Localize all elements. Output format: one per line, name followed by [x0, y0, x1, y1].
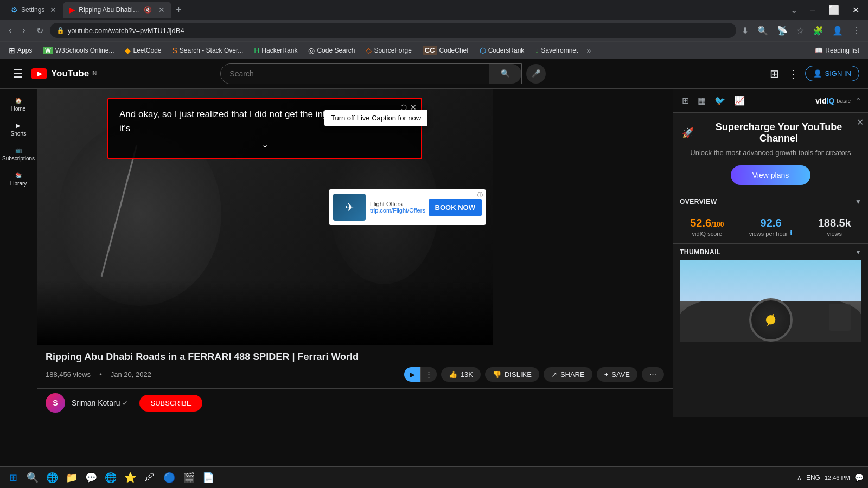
ad-title-text: Flight Offers — [370, 201, 429, 207]
reading-list-label: Reading list — [825, 47, 859, 54]
extensions-btn[interactable]: 🧩 — [809, 23, 827, 38]
taskbar-python-btn[interactable]: 🔵 — [161, 469, 178, 486]
taskbar-search-btn[interactable]: 🔍 — [24, 469, 41, 486]
vidiq-view-plans-btn[interactable]: View plans — [731, 165, 810, 185]
yt-search-input[interactable] — [221, 64, 489, 84]
ad-image-placeholder: ✈ — [345, 201, 354, 214]
mute-icon[interactable]: 🔇 — [144, 6, 152, 14]
play-btn[interactable]: ▶ — [404, 367, 420, 382]
back-btn[interactable]: ‹ — [4, 23, 16, 37]
taskbar-star-btn[interactable]: ⭐ — [122, 469, 139, 486]
close-btn[interactable]: ✕ — [848, 4, 864, 16]
settings-tab-close[interactable]: ✕ — [50, 5, 56, 14]
sidebar-item-library[interactable]: 📚 Library — [0, 168, 37, 191]
channel-info: S Sriman Kotaru ✓ SUBSCRIBE — [37, 388, 673, 417]
apps-icon: ⊞ — [9, 46, 15, 55]
vidiq-promo-close-btn[interactable]: ✕ — [857, 117, 864, 127]
bookmark-btn[interactable]: ☆ — [793, 23, 807, 38]
like-btn[interactable]: 👍 13K — [441, 367, 481, 382]
taskbar-notification-btn[interactable]: 💬 — [854, 473, 864, 482]
stackoverflow-label: Search - Stack Over... — [180, 47, 243, 54]
bookmark-codechef[interactable]: CC CodeChef — [418, 44, 473, 56]
menu-btn[interactable]: ⋮ — [848, 23, 864, 38]
bookmark-hackerrank[interactable]: H HackerRank — [250, 45, 302, 56]
vidiq-vph-info-icon[interactable]: ℹ — [790, 229, 793, 237]
taskbar-film-btn[interactable]: 🎬 — [180, 469, 197, 486]
vidiq-twitter-btn[interactable]: 🐦 — [712, 93, 727, 108]
share-btn[interactable]: ↗ SHARE — [544, 367, 592, 382]
vidiq-thumbnail-section: THUMBNAIL ▼ ⚡ — [673, 244, 868, 346]
bookmark-savefromnet[interactable]: ↓ Savefromnet — [531, 45, 582, 56]
vidiq-thumbnail-label: THUMBNAIL — [680, 248, 721, 256]
address-bar[interactable]: 🔒 youtube.com/watch?v=pvMTU1JjdB4 — [50, 23, 736, 38]
vidiq-bar-chart-btn[interactable]: ▦ — [695, 93, 708, 108]
yt-header-menu-btn[interactable]: ⋮ — [786, 65, 801, 82]
vidiq-grid-btn[interactable]: ⊞ — [680, 93, 691, 108]
vidiq-score-suffix: /100 — [711, 221, 724, 228]
taskbar-start-btn[interactable]: ⊞ — [4, 469, 22, 486]
vidiq-thumbnail-chevron[interactable]: ▼ — [855, 248, 861, 256]
subscribe-btn[interactable]: SUBSCRIBE — [139, 395, 202, 412]
bookmark-codersrank[interactable]: ⬡ CodersRank — [475, 45, 529, 56]
save-btn[interactable]: + SAVE — [597, 367, 637, 382]
taskbar-up-arrow[interactable]: ∧ — [797, 474, 802, 481]
savefromnet-label: Savefromnet — [541, 47, 578, 54]
yt-main-content: 🏠 Home ▶ Shorts 📺 Subscriptions 📚 Librar… — [0, 89, 868, 488]
video-player[interactable]: ⬡ ✕ Turn off Live Caption for now And ok… — [37, 89, 493, 345]
yt-search-btn[interactable]: 🔍 — [489, 64, 521, 84]
sidebar-item-shorts[interactable]: ▶ Shorts — [0, 118, 37, 141]
more-actions-btn[interactable]: ⋯ — [642, 367, 664, 382]
channel-avatar[interactable]: S — [46, 393, 65, 413]
forward-btn[interactable]: › — [18, 23, 29, 37]
cast-btn[interactable]: 📡 — [774, 23, 791, 38]
yt-logo[interactable]: ▶ YouTube IN — [31, 68, 97, 79]
bookmark-w3schools[interactable]: W W3Schools Online... — [39, 46, 118, 55]
yt-mic-btn[interactable]: 🎤 — [526, 64, 546, 84]
bookmark-leetcode[interactable]: ◆ LeetCode — [120, 45, 165, 56]
taskbar-ie-btn[interactable]: 🌐 — [102, 469, 119, 486]
youtube-tab-close[interactable]: ✕ — [158, 5, 165, 14]
ad-close-btn[interactable]: ⓘ — [476, 191, 484, 199]
dislike-btn[interactable]: 👎 DISLIKE — [485, 367, 539, 382]
tab-youtube[interactable]: ▶ Ripping Abu Dhabi Roads in... 🔇 ✕ — [63, 2, 171, 18]
sidebar-item-home[interactable]: 🏠 Home — [0, 93, 37, 116]
hamburger-menu-btn[interactable]: ☰ — [9, 63, 27, 85]
taskbar-clock: 12:46 PM — [825, 474, 850, 481]
yt-signin-btn[interactable]: 👤 SIGN IN — [805, 66, 859, 81]
bookmarks-bar: ⊞ Apps W W3Schools Online... ◆ LeetCode … — [0, 41, 868, 59]
tab-settings[interactable]: ⚙ Settings ✕ — [4, 2, 63, 18]
refresh-btn[interactable]: ↻ — [32, 23, 48, 38]
yt-apps-grid-btn[interactable]: ⊞ — [768, 65, 781, 82]
caption-expand-icon[interactable]: ⌄ — [261, 139, 269, 150]
zoom-btn[interactable]: 🔍 — [754, 23, 771, 38]
ad-book-now-btn[interactable]: BOOK NOW — [429, 199, 482, 216]
caption-turnoff-tooltip: Turn off Live Caption for now — [324, 110, 427, 126]
play-more-btn[interactable]: ⋮ — [420, 367, 437, 382]
bookmark-codesearch[interactable]: ◎ Code Search — [304, 45, 359, 56]
bookmark-apps[interactable]: ⊞ Apps — [4, 45, 36, 56]
maximize-btn[interactable]: ⬜ — [824, 4, 844, 16]
new-tab-button[interactable]: + — [171, 4, 186, 16]
vidiq-trend-btn[interactable]: 📈 — [732, 93, 747, 108]
bookmark-sourceforge[interactable]: ◇ SourceForge — [361, 45, 416, 56]
minimize-btn[interactable]: – — [806, 4, 820, 16]
download-btn[interactable]: ⬇ — [738, 23, 752, 38]
vidiq-views-number: 188.5k — [818, 217, 851, 229]
lock-icon: 🔒 — [56, 27, 65, 34]
bookmark-stackoverflow[interactable]: S Search - Stack Over... — [168, 45, 248, 56]
vidiq-overview-chevron[interactable]: ▼ — [855, 198, 861, 206]
minimize-list-btn[interactable]: ⌄ — [786, 4, 802, 16]
taskbar-explorer-btn[interactable]: 📁 — [63, 469, 80, 486]
vidiq-score-label: vidIQ score — [690, 230, 724, 237]
library-icon: 📚 — [15, 172, 22, 178]
profile-btn[interactable]: 👤 — [829, 23, 846, 38]
taskbar-pen-btn[interactable]: 🖊 — [141, 469, 158, 486]
vidiq-collapse-btn[interactable]: ⌃ — [855, 97, 861, 105]
sidebar-item-subscriptions[interactable]: 📺 Subscriptions — [0, 143, 37, 166]
yt-search-box: 🔍 — [220, 63, 522, 84]
taskbar-edge-btn[interactable]: 🌐 — [43, 469, 61, 486]
more-bookmarks-btn[interactable]: » — [584, 45, 593, 56]
taskbar-word-btn[interactable]: 📄 — [200, 469, 217, 486]
reading-list-btn[interactable]: 📖 Reading list — [810, 46, 864, 55]
taskbar-chat-btn[interactable]: 💬 — [82, 469, 100, 486]
